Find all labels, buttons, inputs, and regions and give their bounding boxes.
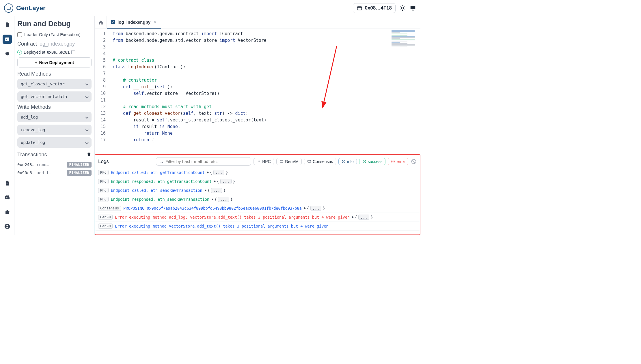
logs-panel: Logs RPC GenVM Consensus [95, 154, 420, 235]
log-row[interactable]: GenVMError executing method VectorStore.… [95, 222, 420, 231]
minimap[interactable] [390, 30, 419, 70]
error-chip-icon [391, 160, 395, 164]
log-source-tag: GenVM [98, 224, 113, 229]
logs-filter-field[interactable] [165, 159, 248, 164]
method-get_vector_metadata[interactable]: get_vector_metadata [17, 91, 92, 102]
json-expand-button[interactable]: { ... } [352, 215, 373, 220]
svg-point-8 [160, 160, 162, 162]
filter-info-chip[interactable]: info [338, 158, 357, 165]
method-add_log[interactable]: add_log [17, 112, 92, 122]
rail-file-button[interactable] [3, 20, 12, 29]
rail-discord-button[interactable] [3, 193, 12, 202]
terminal-icon [5, 37, 10, 42]
code-content[interactable]: from backend.node.genvm.icontract import… [109, 29, 420, 154]
json-expand-button[interactable]: { ... } [207, 170, 228, 175]
thumbs-up-icon [4, 209, 10, 215]
sidebar-title: Run and Debug [17, 20, 92, 28]
log-row[interactable]: RPCEndpoint called: eth_getTransactionCo… [95, 168, 420, 177]
clear-transactions-button[interactable] [86, 152, 92, 158]
logs-filter-input[interactable] [156, 157, 251, 166]
presentation-button[interactable] [409, 5, 416, 12]
clear-logs-button[interactable] [411, 158, 417, 165]
filter-error-chip[interactable]: error [388, 158, 408, 165]
log-message: Error executing method VectorStore.add_t… [115, 224, 329, 228]
svg-rect-0 [7, 7, 10, 10]
method-update_log[interactable]: update_log [17, 137, 92, 148]
sun-icon [399, 5, 406, 11]
svg-point-6 [6, 225, 8, 227]
app-header: GenLayer 0x08…4F18 [0, 0, 420, 16]
rail-terminal-button[interactable] [3, 35, 12, 44]
logs-list[interactable]: RPCEndpoint called: eth_getTransactionCo… [95, 168, 420, 234]
leader-only-checkbox[interactable]: Leader Only (Fast Execution) [17, 32, 92, 37]
chevron-down-icon [85, 128, 88, 131]
wallet-button[interactable]: 0x08…4F18 [353, 3, 396, 13]
deployed-info: ✓ Deployed at 0x8e…eC81 [17, 50, 92, 55]
log-source-tag: RPC [98, 170, 109, 175]
rail-account-button[interactable] [3, 222, 12, 231]
triangle-right-icon [304, 207, 306, 209]
brand-logo-icon [4, 3, 13, 13]
filter-consensus-chip[interactable]: Consensus [304, 158, 336, 165]
svg-rect-1 [357, 7, 362, 10]
json-expand-button[interactable]: { ... } [214, 179, 235, 184]
tab-log-indexer[interactable]: ✓ log_indexer.gpy × [107, 16, 161, 29]
log-source-tag: GenVM [98, 215, 113, 220]
consensus-chip-icon [307, 160, 311, 164]
log-row[interactable]: ConsensusPROPOSING 0x90c6f7a9ab2043c634f… [95, 204, 420, 213]
leader-only-input[interactable] [17, 32, 22, 37]
rail-docs-button[interactable] [3, 179, 12, 188]
wallet-icon [357, 5, 362, 11]
log-message: Endpoint called: eth_sendRawTransaction [111, 188, 202, 193]
tab-close-button[interactable]: × [154, 20, 156, 25]
new-deployment-button[interactable]: + New Deployment [17, 57, 92, 67]
activity-rail [0, 16, 14, 235]
contract-name: log_indexer.gpy [38, 41, 75, 47]
filter-success-chip[interactable]: success [359, 158, 386, 165]
json-expand-button[interactable]: { ... } [212, 197, 233, 202]
contract-section: Contract log_indexer.gpy [17, 41, 92, 47]
log-row[interactable]: RPCEndpoint responded: eth_getTransactio… [95, 177, 420, 186]
rail-feedback-button[interactable] [3, 207, 12, 217]
brand: GenLayer [4, 3, 46, 13]
leader-only-label: Leader Only (Fast Execution) [24, 32, 81, 37]
transaction-row[interactable]: 0x90c6…add_l…FINALIZED [17, 170, 92, 176]
log-row[interactable]: GenVMError executing method add_log: Vec… [95, 213, 420, 222]
write-methods-title: Write Methods [17, 104, 92, 110]
json-expand-button[interactable]: { ... } [205, 188, 226, 193]
filter-rpc-chip[interactable]: RPC [254, 158, 274, 165]
tab-filename: log_indexer.gpy [118, 20, 150, 25]
chevron-down-icon [85, 95, 88, 98]
method-get_closest_vector[interactable]: get_closest_vector [17, 79, 92, 89]
triangle-right-icon [212, 198, 213, 200]
triangle-right-icon [214, 180, 216, 183]
brand-name: GenLayer [16, 4, 46, 12]
transactions-header: Transactions [17, 150, 92, 160]
svg-point-12 [363, 160, 366, 163]
log-row[interactable]: RPCEndpoint responded: eth_sendRawTransa… [95, 195, 420, 204]
copy-address-button[interactable] [71, 50, 75, 54]
status-badge: FINALIZED [67, 170, 92, 176]
workspace: ✓ log_indexer.gpy × 12345678910111213141… [95, 16, 420, 235]
log-row[interactable]: RPCEndpoint called: eth_sendRawTransacti… [95, 186, 420, 195]
chevron-down-icon [85, 82, 88, 85]
logs-header: Logs RPC GenVM Consensus [95, 155, 420, 168]
deployed-address: 0x8e…eC81 [47, 50, 70, 55]
file-icon [4, 22, 10, 28]
rail-settings-button[interactable] [3, 49, 12, 58]
log-message: Endpoint called: eth_getTransactionCount [111, 170, 205, 175]
rpc-chip-icon [257, 160, 261, 164]
transaction-row[interactable]: 0xe243…remo…FINALIZED [17, 162, 92, 168]
log-source-tag: Consensus [98, 206, 121, 211]
check-circle-icon: ✓ [17, 50, 22, 55]
json-expand-button[interactable]: { ... } [304, 206, 325, 211]
chevron-down-icon [85, 141, 88, 144]
method-remove_log[interactable]: remove_log [17, 125, 92, 135]
triangle-right-icon [205, 189, 206, 192]
code-editor[interactable]: 1234567891011121314151617 from backend.n… [95, 29, 420, 154]
doc-icon [4, 180, 10, 186]
theme-toggle-button[interactable] [399, 5, 406, 12]
tab-home-button[interactable] [95, 16, 107, 29]
editor-tabs: ✓ log_indexer.gpy × [95, 16, 420, 29]
filter-genvm-chip[interactable]: GenVM [276, 158, 302, 165]
